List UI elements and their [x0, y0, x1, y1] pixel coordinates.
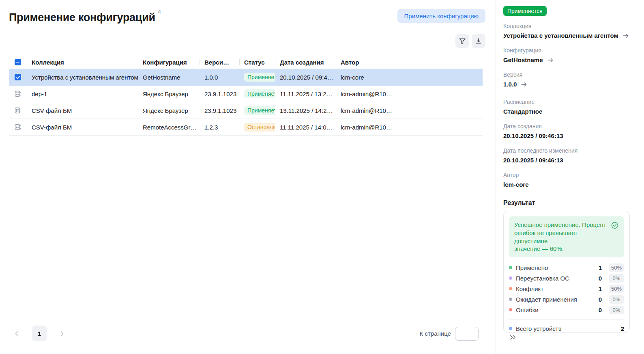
- previous-page-button[interactable]: [13, 330, 20, 337]
- cell-author: lcm-core: [336, 74, 395, 81]
- select-all-cell: [9, 59, 27, 65]
- app: Применение конфигураций4 Применить конфи…: [0, 0, 644, 354]
- table-row[interactable]: Устройства с установленным агентом GetHo…: [9, 69, 483, 86]
- os-reinstall-dot: [509, 276, 512, 280]
- status-badge: Остановлено: [244, 123, 275, 132]
- pagination-bar: 1 К странице: [13, 326, 479, 341]
- cell-created: 11.11.2025 / 13:2…: [275, 91, 336, 97]
- field-value: 20.10.2025 / 09:46:13: [503, 157, 629, 164]
- cell-collection: CSV-файл БМ: [27, 107, 138, 114]
- total-devices-label: Всего устройств: [516, 325, 617, 332]
- page-title-text: Применение конфигураций: [9, 11, 155, 24]
- cell-status: Применяется: [239, 106, 275, 115]
- main-content: Применение конфигураций4 Применить конфи…: [0, 0, 496, 354]
- field-value: 1.0.0: [503, 81, 517, 88]
- field-created-date: Дата создания 20.10.2025 / 09:46:13: [503, 123, 629, 139]
- cell-configuration: Яндекс Браузер: [138, 91, 200, 97]
- cell-collection: Устройства с установленным агентом: [27, 74, 138, 81]
- stat-row: Ожидает применения 0 0%: [509, 294, 624, 304]
- column-header-author[interactable]: Автор: [336, 59, 395, 66]
- field-modified-date: Дата последнего изменения 20.10.2025 / 0…: [503, 147, 629, 164]
- stat-row: Применено 1 50%: [509, 262, 624, 273]
- column-header-created[interactable]: Дата создания: [275, 59, 336, 66]
- cell-configuration: GetHostname: [138, 74, 200, 81]
- result-message: Успешное применение. Процент ошибок не п…: [514, 221, 607, 253]
- stat-label: Применено: [516, 264, 594, 271]
- record-count: 4: [158, 8, 161, 15]
- row-type-cell: [9, 107, 27, 114]
- arrow-right-icon: [547, 57, 554, 63]
- filter-icon: [459, 37, 466, 45]
- cell-author: lcm-admin@R10…: [336, 124, 395, 131]
- collection-icon: [14, 90, 21, 97]
- field-label: Конфигурация: [503, 47, 629, 54]
- page-number-button[interactable]: 1: [32, 326, 47, 341]
- configuration-link[interactable]: GetHostname: [503, 56, 629, 63]
- table-row[interactable]: CSV-файл БМ Яндекс Браузер 23.9.1.1023 П…: [9, 102, 483, 119]
- stat-percent: 50%: [609, 285, 624, 293]
- collapse-panel-button[interactable]: [509, 334, 517, 341]
- collection-link[interactable]: Устройства с установленным агентом: [503, 32, 629, 39]
- cell-version: 23.9.1.1023: [200, 107, 239, 114]
- cell-status: Применяется: [239, 89, 275, 98]
- cell-created: 11.11.2025 / 14:0…: [275, 124, 336, 131]
- chevron-right-icon: [59, 330, 65, 337]
- stat-percent: 0%: [609, 295, 624, 304]
- status-badge: Применяется: [244, 73, 275, 82]
- arrow-right-icon: [521, 81, 527, 88]
- cell-configuration: RemoteAccessGr…: [138, 124, 200, 131]
- cell-version: 1.2.3: [200, 124, 239, 131]
- field-label: Дата создания: [503, 123, 629, 130]
- cell-version: 23.9.1.1023: [200, 91, 239, 97]
- cell-configuration: Яндекс Браузер: [138, 107, 200, 114]
- cell-created: 13.11.2025 / 14:2…: [275, 107, 336, 114]
- apply-configuration-button[interactable]: Применить конфигурацию: [397, 9, 485, 23]
- field-label: Версия: [503, 71, 629, 78]
- column-header-configuration[interactable]: Конфигурация: [138, 59, 200, 66]
- check-circle-icon: [611, 221, 619, 253]
- export-button[interactable]: [472, 34, 485, 48]
- stat-label: Ошибки: [516, 307, 594, 313]
- row-checkbox-checked[interactable]: [15, 74, 21, 80]
- stat-count: 0: [598, 275, 602, 282]
- field-value: Устройства с установленным агентом: [503, 32, 618, 39]
- goto-page: К странице: [420, 327, 479, 341]
- cell-status: Остановлено: [239, 123, 275, 132]
- table-row[interactable]: dep-1 Яндекс Браузер 23.9.1.1023 Применя…: [9, 86, 483, 102]
- next-page-button[interactable]: [59, 330, 65, 337]
- stat-count: 0: [598, 307, 602, 313]
- result-stats: Применено 1 50% Переустановка ОС 0 0% Ко…: [509, 262, 624, 315]
- details-panel: Применяется Коллекция Устройства с устан…: [496, 0, 644, 354]
- row-type-cell: [9, 90, 27, 97]
- field-schedule: Расписание Стандартное: [503, 99, 629, 115]
- arrow-right-icon: [623, 32, 629, 39]
- table-row[interactable]: CSV-файл БМ RemoteAccessGr… 1.2.3 Остано…: [9, 119, 483, 136]
- stat-count: 1: [598, 264, 602, 271]
- field-value: GetHostname: [503, 56, 543, 63]
- field-author: Автор lcm-core: [503, 172, 629, 188]
- stat-row: Конфликт 1 50%: [509, 283, 624, 294]
- stat-label: Ожидает применения: [516, 296, 594, 303]
- field-label: Коллекция: [503, 23, 629, 29]
- field-collection: Коллекция Устройства с установленным аге…: [503, 23, 629, 39]
- column-header-status[interactable]: Статус: [239, 59, 275, 66]
- field-value: Стандартное: [503, 108, 629, 115]
- filter-button[interactable]: [455, 34, 469, 48]
- goto-page-input[interactable]: [455, 327, 479, 341]
- field-value: lcm-core: [503, 181, 629, 188]
- column-header-version[interactable]: Верси…: [200, 59, 239, 66]
- stat-percent: 0%: [609, 274, 624, 283]
- stat-count: 0: [598, 296, 602, 303]
- column-header-collection[interactable]: Коллекция: [27, 59, 138, 66]
- pager: 1: [13, 326, 65, 341]
- pending-dot: [509, 298, 512, 301]
- chevron-left-icon: [13, 330, 20, 337]
- version-link[interactable]: 1.0.0: [503, 81, 629, 88]
- select-all-checkbox[interactable]: [15, 59, 21, 65]
- cell-collection: dep-1: [27, 91, 138, 97]
- stat-row: Переустановка ОС 0 0%: [509, 273, 624, 283]
- cell-collection: CSV-файл БМ: [27, 124, 138, 131]
- applied-dot: [509, 266, 512, 269]
- conflict-dot: [509, 287, 512, 290]
- field-label: Дата последнего изменения: [503, 147, 629, 154]
